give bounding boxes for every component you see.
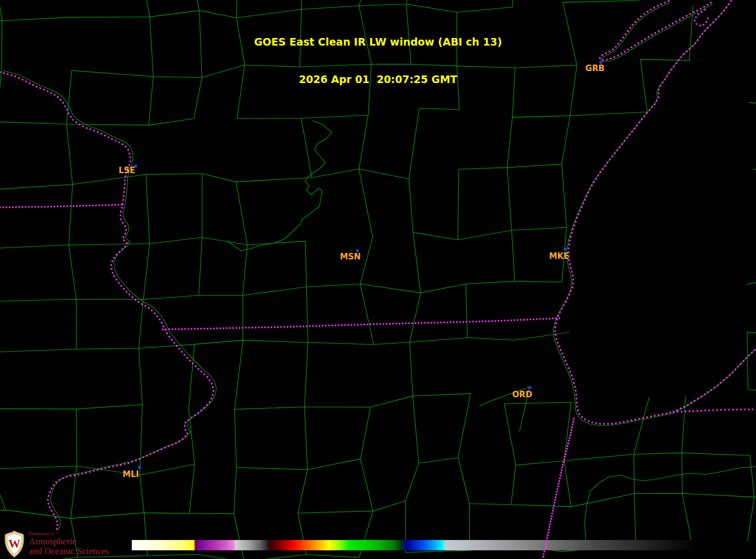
- logo-line2: and Oceanic Sciences: [29, 547, 109, 556]
- mississippi-river-border: [0, 72, 214, 532]
- wisconsin-river-green: [228, 120, 332, 251]
- logo-dept-line: Department of: [29, 532, 109, 536]
- station-label-lse: LSE: [119, 166, 136, 175]
- uw-crest-icon: W: [3, 530, 25, 558]
- state-border-wi-il: [163, 318, 562, 329]
- satellite-image-viewport: GRBLSEMSNMKEORDMLI GOES East Clean IR LW…: [0, 0, 756, 559]
- lake-michigan-south-shoreline: [674, 409, 756, 412]
- lake-michigan-east-shoreline: [674, 348, 756, 412]
- state-border-mn-ia: [0, 205, 122, 207]
- station-label-mke: MKE: [549, 251, 569, 261]
- state-border-il-in: [542, 419, 574, 559]
- product-title-line2: 2026 Apr 01 20:07:25 GMT: [0, 73, 756, 86]
- station-dot-ord: [529, 386, 531, 389]
- station-label-msn: MSN: [340, 252, 361, 262]
- logo-line1: Atmospheric: [29, 537, 109, 547]
- product-title: GOES East Clean IR LW window (ABI ch 13)…: [0, 11, 756, 111]
- station-dot-mke: [564, 248, 567, 251]
- temperature-colorbar: [132, 540, 696, 550]
- station-label-mli: MLI: [123, 469, 139, 479]
- crest-letter: W: [9, 537, 21, 550]
- station-dot-mli: [138, 466, 141, 469]
- station-label-ord: ORD: [512, 390, 533, 399]
- aos-logo-text: Department of Atmospheric and Oceanic Sc…: [29, 532, 109, 556]
- des-plaines-river-green: [585, 467, 756, 540]
- station-markers: GRBLSEMSNMKEORDMLI: [119, 61, 605, 480]
- aos-logo: W Department of Atmospheric and Oceanic …: [3, 530, 109, 558]
- product-title-line1: GOES East Clean IR LW window (ABI ch 13): [0, 36, 756, 48]
